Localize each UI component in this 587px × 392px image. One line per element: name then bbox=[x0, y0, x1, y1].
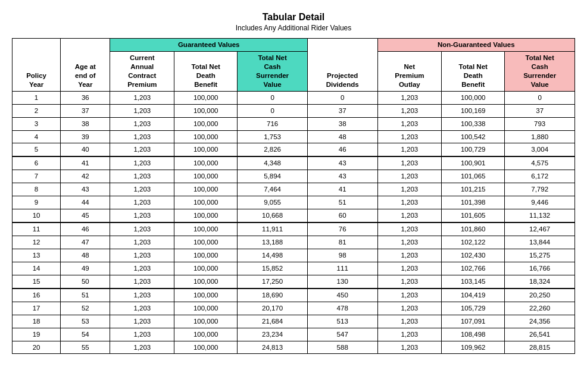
policy-year-cell: 19 bbox=[13, 328, 61, 341]
csv-guaranteed-cell: 716 bbox=[238, 117, 308, 130]
ng-csv-cell: 11,132 bbox=[505, 209, 575, 222]
death-benefit-cell: 100,000 bbox=[174, 262, 238, 275]
death-benefit-cell: 100,000 bbox=[174, 222, 238, 236]
dividends-cell: 51 bbox=[307, 196, 377, 209]
ng-csv-cell: 7,792 bbox=[505, 183, 575, 196]
death-benefit-cell: 100,000 bbox=[174, 143, 238, 156]
premium-cell: 1,203 bbox=[110, 315, 174, 328]
premium-cell: 1,203 bbox=[110, 249, 174, 262]
dividends-cell: 111 bbox=[307, 262, 377, 275]
policy-year-cell: 2 bbox=[13, 104, 61, 117]
ng-csv-cell: 1,880 bbox=[505, 130, 575, 143]
ng-death-cell: 101,215 bbox=[442, 183, 505, 196]
ng-csv-cell: 0 bbox=[505, 91, 575, 104]
ng-death-cell: 103,145 bbox=[442, 275, 505, 288]
csv-guaranteed-cell: 1,753 bbox=[238, 130, 308, 143]
net-outlay-cell: 1,203 bbox=[377, 249, 442, 262]
ng-death-cell: 102,430 bbox=[442, 249, 505, 262]
ng-death-cell: 101,605 bbox=[442, 209, 505, 222]
age-cell: 38 bbox=[61, 117, 110, 130]
page-subtitle: Includes Any Additional Rider Values bbox=[12, 24, 575, 32]
death-benefit-cell: 100,000 bbox=[174, 117, 238, 130]
ng-csv-cell: 22,260 bbox=[505, 302, 575, 315]
policy-year-cell: 18 bbox=[13, 315, 61, 328]
premium-cell: 1,203 bbox=[110, 170, 174, 183]
ng-csv-cell: 793 bbox=[505, 117, 575, 130]
death-benefit-cell: 100,000 bbox=[174, 288, 238, 302]
dividends-cell: 0 bbox=[307, 91, 377, 104]
header-non-guaranteed: Non-Guaranteed Values bbox=[377, 39, 575, 52]
policy-year-cell: 9 bbox=[13, 196, 61, 209]
death-benefit-cell: 100,000 bbox=[174, 315, 238, 328]
death-benefit-cell: 100,000 bbox=[174, 104, 238, 117]
net-outlay-cell: 1,203 bbox=[377, 170, 442, 183]
dividends-cell: 450 bbox=[307, 288, 377, 302]
premium-cell: 1,203 bbox=[110, 222, 174, 236]
death-benefit-cell: 100,000 bbox=[174, 341, 238, 354]
csv-guaranteed-cell: 13,188 bbox=[238, 236, 308, 249]
dividends-cell: 81 bbox=[307, 236, 377, 249]
net-outlay-cell: 1,203 bbox=[377, 236, 442, 249]
col-header-total-death: Total NetDeathBenefit bbox=[174, 51, 238, 91]
ng-csv-cell: 3,004 bbox=[505, 143, 575, 156]
ng-death-cell: 101,065 bbox=[442, 170, 505, 183]
death-benefit-cell: 100,000 bbox=[174, 156, 238, 170]
dividends-cell: 37 bbox=[307, 104, 377, 117]
dividends-cell: 76 bbox=[307, 222, 377, 236]
csv-guaranteed-cell: 20,170 bbox=[238, 302, 308, 315]
dividends-cell: 43 bbox=[307, 156, 377, 170]
ng-death-cell: 102,766 bbox=[442, 262, 505, 275]
ng-csv-cell: 4,575 bbox=[505, 156, 575, 170]
policy-year-cell: 6 bbox=[13, 156, 61, 170]
ng-csv-cell: 6,172 bbox=[505, 170, 575, 183]
ng-csv-cell: 16,766 bbox=[505, 262, 575, 275]
age-cell: 41 bbox=[61, 156, 110, 170]
premium-cell: 1,203 bbox=[110, 130, 174, 143]
ng-csv-cell: 26,541 bbox=[505, 328, 575, 341]
death-benefit-cell: 100,000 bbox=[174, 236, 238, 249]
age-cell: 37 bbox=[61, 104, 110, 117]
premium-cell: 1,203 bbox=[110, 117, 174, 130]
net-outlay-cell: 1,203 bbox=[377, 341, 442, 354]
policy-year-cell: 4 bbox=[13, 130, 61, 143]
ng-death-cell: 108,498 bbox=[442, 328, 505, 341]
premium-cell: 1,203 bbox=[110, 143, 174, 156]
ng-death-cell: 101,860 bbox=[442, 222, 505, 236]
dividends-cell: 478 bbox=[307, 302, 377, 315]
policy-year-cell: 10 bbox=[13, 209, 61, 222]
age-cell: 45 bbox=[61, 209, 110, 222]
ng-death-cell: 105,729 bbox=[442, 302, 505, 315]
col-header-projected-dividends: ProjectedDividends bbox=[307, 39, 377, 92]
premium-cell: 1,203 bbox=[110, 288, 174, 302]
ng-csv-cell: 9,446 bbox=[505, 196, 575, 209]
ng-death-cell: 102,122 bbox=[442, 236, 505, 249]
net-outlay-cell: 1,203 bbox=[377, 91, 442, 104]
csv-guaranteed-cell: 11,911 bbox=[238, 222, 308, 236]
premium-cell: 1,203 bbox=[110, 91, 174, 104]
premium-cell: 1,203 bbox=[110, 341, 174, 354]
net-outlay-cell: 1,203 bbox=[377, 196, 442, 209]
csv-guaranteed-cell: 17,250 bbox=[238, 275, 308, 288]
dividends-cell: 38 bbox=[307, 117, 377, 130]
csv-guaranteed-cell: 15,852 bbox=[238, 262, 308, 275]
policy-year-cell: 7 bbox=[13, 170, 61, 183]
premium-cell: 1,203 bbox=[110, 156, 174, 170]
ng-death-cell: 104,419 bbox=[442, 288, 505, 302]
csv-guaranteed-cell: 5,894 bbox=[238, 170, 308, 183]
csv-guaranteed-cell: 24,813 bbox=[238, 341, 308, 354]
ng-death-cell: 100,542 bbox=[442, 130, 505, 143]
col-header-csv-non-guaranteed: Total NetCashSurrenderValue bbox=[505, 51, 575, 91]
col-header-policy-year: PolicyYear bbox=[13, 39, 61, 92]
dividends-cell: 43 bbox=[307, 170, 377, 183]
csv-guaranteed-cell: 0 bbox=[238, 91, 308, 104]
age-cell: 43 bbox=[61, 183, 110, 196]
ng-death-cell: 100,338 bbox=[442, 117, 505, 130]
premium-cell: 1,203 bbox=[110, 275, 174, 288]
header-guaranteed: Guaranteed Values bbox=[110, 39, 307, 52]
csv-guaranteed-cell: 9,055 bbox=[238, 196, 308, 209]
dividends-cell: 547 bbox=[307, 328, 377, 341]
death-benefit-cell: 100,000 bbox=[174, 170, 238, 183]
policy-year-cell: 11 bbox=[13, 222, 61, 236]
col-header-age: Age atend ofYear bbox=[61, 39, 110, 92]
premium-cell: 1,203 bbox=[110, 104, 174, 117]
